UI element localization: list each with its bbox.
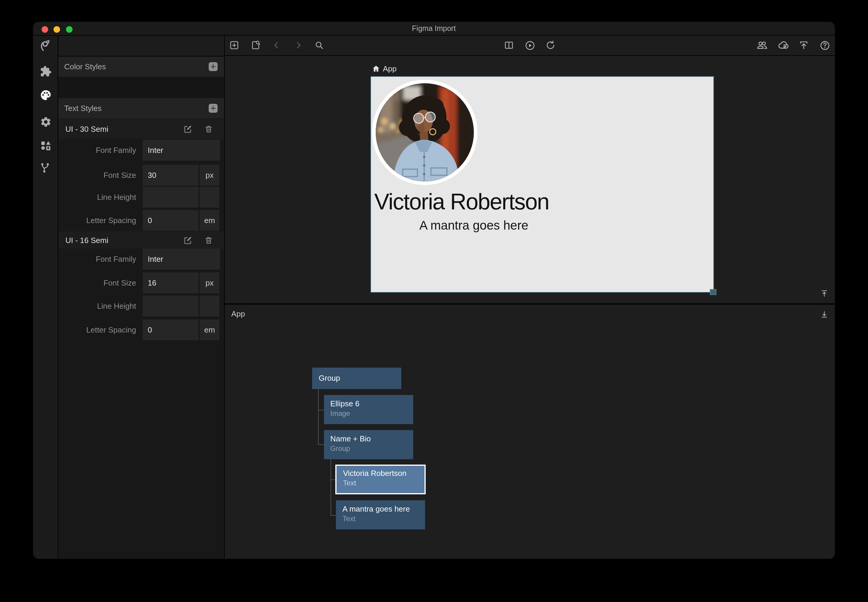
font-size-row: Font Size 16 px [58, 272, 224, 293]
card-name-text[interactable]: Victoria Robertson [374, 189, 573, 215]
delete-style-icon[interactable] [204, 124, 213, 134]
layers-panel-title: App [231, 309, 245, 318]
home-icon [372, 65, 380, 72]
window-title: Figma Import [33, 22, 834, 35]
breadcrumb-label: App [383, 64, 396, 73]
styles-panel: Color Styles Text Styles UI - 30 Semi [58, 35, 225, 558]
tree-connector [330, 515, 337, 516]
font-size-unit[interactable]: px [200, 272, 219, 293]
letter-spacing-label: Letter Spacing [58, 210, 136, 230]
cloud-sync-icon[interactable] [777, 39, 790, 52]
add-color-style-button[interactable] [209, 62, 217, 71]
font-family-row: Font Family Inter [58, 140, 224, 160]
letter-spacing-unit[interactable]: em [200, 319, 219, 340]
toolbar [225, 35, 834, 55]
tree-connector [330, 479, 335, 480]
card-mantra-text[interactable]: A mantra goes here [374, 218, 573, 232]
letter-spacing-input[interactable]: 0 [142, 210, 199, 230]
add-frame-icon[interactable] [228, 39, 241, 52]
line-height-unit[interactable] [200, 186, 219, 207]
font-family-row: Font Family Inter [58, 248, 224, 269]
letter-spacing-input[interactable]: 0 [142, 319, 199, 340]
profile-card[interactable]: Victoria Robertson A mantra goes here [371, 77, 713, 292]
tool-rail [33, 35, 58, 558]
desktop: Figma Import [0, 0, 868, 602]
search-icon[interactable] [313, 39, 326, 52]
add-text-style-button[interactable] [209, 104, 217, 113]
tree-node-victoria-selected[interactable]: Victoria Robertson Text [335, 465, 426, 494]
font-size-unit[interactable]: px [200, 164, 219, 185]
text-style-name: UI - 30 Semi [66, 124, 109, 133]
line-height-label: Line Height [58, 186, 136, 207]
vector-tool-icon[interactable] [33, 35, 58, 55]
color-styles-title: Color Styles [64, 62, 106, 71]
tree-connector [318, 410, 324, 410]
font-family-label: Font Family [58, 248, 136, 269]
line-height-row: Line Height [58, 186, 224, 207]
font-size-row: Font Size 30 px [58, 164, 224, 185]
delete-style-icon[interactable] [204, 235, 213, 245]
tree-node-group[interactable]: Group [312, 367, 401, 389]
collapse-panel-up-icon[interactable] [817, 287, 831, 300]
line-height-label: Line Height [58, 295, 136, 316]
tree-node-type: Image [324, 408, 413, 418]
line-height-row: Line Height [58, 295, 224, 316]
line-height-input[interactable] [142, 186, 199, 207]
tree-node-type: Text [336, 514, 425, 524]
nav-forward-icon[interactable] [292, 39, 305, 52]
collapse-panel-down-icon[interactable] [817, 308, 831, 321]
styles-palette-icon[interactable] [33, 85, 58, 105]
publish-upload-icon[interactable] [797, 39, 810, 52]
text-style-name: UI - 16 Semi [66, 236, 109, 244]
canvas[interactable]: App [225, 56, 834, 303]
collaborators-icon[interactable] [755, 39, 768, 52]
main-area: App [225, 35, 834, 558]
plugins-icon[interactable] [33, 61, 58, 81]
font-family-input[interactable]: Inter [142, 140, 220, 160]
version-branch-icon[interactable] [33, 157, 58, 178]
color-styles-header: Color Styles [58, 57, 224, 77]
letter-spacing-row: Letter Spacing 0 em [58, 210, 224, 230]
tree-connector [330, 459, 331, 515]
preview-play-icon[interactable] [524, 39, 537, 52]
text-styles-header: Text Styles [58, 98, 224, 118]
font-size-input[interactable]: 16 [142, 272, 199, 293]
line-height-input[interactable] [142, 295, 199, 316]
letter-spacing-row: Letter Spacing 0 em [58, 319, 224, 340]
color-styles-empty [58, 77, 224, 98]
tree-node-ellipse[interactable]: Ellipse 6 Image [324, 395, 413, 424]
letter-spacing-label: Letter Spacing [58, 319, 136, 340]
font-size-input[interactable]: 30 [142, 164, 199, 185]
selection-resize-handle[interactable] [710, 289, 716, 295]
layers-panel: App Group Ellipse 6 [225, 304, 834, 558]
tree-node-type: Group [324, 444, 413, 453]
text-styles-title: Text Styles [64, 104, 102, 113]
nav-back-icon[interactable] [270, 39, 283, 52]
tree-node-title: Name + Bio [324, 430, 413, 443]
app-window: Figma Import [33, 22, 834, 558]
edit-style-icon[interactable] [183, 124, 193, 134]
split-view-icon[interactable] [502, 39, 516, 52]
avatar-photo [376, 83, 474, 181]
tree-node-mantra[interactable]: A mantra goes here Text [336, 500, 425, 529]
font-family-input[interactable]: Inter [142, 248, 220, 269]
panel-top-strip [58, 35, 224, 56]
line-height-unit[interactable] [200, 295, 219, 316]
font-family-label: Font Family [58, 140, 136, 160]
avatar[interactable] [372, 80, 478, 185]
settings-gear-icon[interactable] [33, 112, 58, 132]
tree-connector [318, 444, 324, 445]
tree-connector [318, 389, 318, 445]
edit-style-icon[interactable] [183, 235, 193, 245]
tree-node-name-bio[interactable]: Name + Bio Group [324, 430, 413, 459]
letter-spacing-unit[interactable]: em [200, 210, 219, 230]
import-inspect-icon[interactable] [249, 39, 262, 52]
text-style-row: UI - 16 Semi [58, 231, 224, 249]
tree-node-title: A mantra goes here [336, 500, 425, 513]
breadcrumb[interactable]: App [372, 64, 396, 73]
help-icon[interactable] [818, 39, 831, 52]
assets-shapes-icon[interactable] [33, 136, 58, 156]
selected-frame[interactable]: Victoria Robertson A mantra goes here [370, 76, 714, 293]
refresh-icon[interactable] [544, 39, 557, 52]
tree-node-title: Group [312, 367, 401, 389]
